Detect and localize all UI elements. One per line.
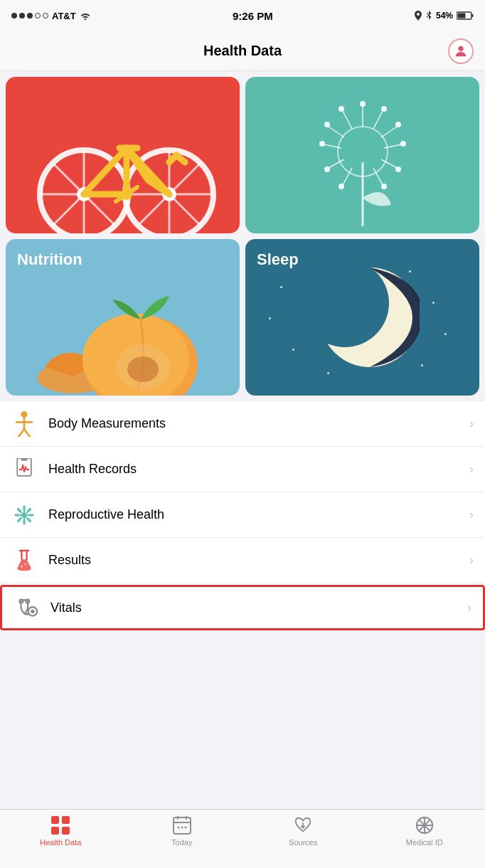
svg-point-48 — [319, 141, 325, 147]
body-measurements-item[interactable]: Body Measurements › — [0, 401, 485, 447]
svg-point-43 — [400, 141, 406, 147]
medical-id-tab-icon — [415, 815, 435, 835]
results-label: Results — [48, 553, 469, 568]
body-measurements-chevron: › — [469, 416, 474, 431]
svg-point-55 — [127, 356, 159, 382]
svg-rect-92 — [51, 816, 59, 824]
svg-point-44 — [395, 166, 401, 172]
svg-point-80 — [15, 513, 20, 517]
sources-tab-icon — [293, 815, 313, 835]
svg-point-45 — [381, 184, 387, 189]
sources-tab-label: Sources — [289, 838, 317, 847]
location-icon — [415, 11, 422, 21]
svg-rect-93 — [62, 816, 70, 824]
tab-bar: Health Data Today — [0, 809, 485, 868]
tab-sources[interactable]: Sources — [242, 815, 364, 847]
health-records-chevron: › — [469, 462, 474, 477]
svg-rect-94 — [51, 827, 59, 835]
svg-point-74 — [22, 505, 26, 510]
svg-point-88 — [31, 610, 34, 613]
svg-line-30 — [373, 111, 383, 129]
reproductive-health-chevron: › — [469, 507, 474, 522]
nav-bar: Health Data — [0, 31, 485, 71]
tab-health-data[interactable]: Health Data — [0, 815, 122, 847]
results-item[interactable]: Results › — [0, 538, 485, 583]
svg-point-101 — [181, 827, 183, 829]
svg-rect-63 — [17, 458, 31, 476]
bike-illustration — [6, 77, 240, 233]
vitals-label: Vitals — [50, 600, 467, 615]
sleep-tile[interactable]: Sleep — [245, 239, 479, 396]
svg-point-86 — [24, 563, 26, 566]
page-title: Health Data — [203, 43, 282, 59]
tiles-grid: Nutrition Sleep — [0, 71, 485, 401]
svg-point-50 — [339, 184, 344, 189]
svg-line-23 — [176, 155, 185, 162]
svg-line-33 — [381, 159, 397, 168]
status-bar: AT&T 9:26 PM 54% — [0, 0, 485, 31]
svg-rect-2 — [458, 14, 466, 18]
svg-point-42 — [395, 122, 401, 127]
svg-point-85 — [21, 565, 23, 568]
svg-point-100 — [177, 827, 179, 829]
results-chevron: › — [469, 553, 474, 568]
wifi-icon — [80, 11, 91, 20]
svg-line-31 — [381, 127, 397, 137]
dandelion-illustration — [245, 77, 479, 233]
svg-line-36 — [329, 127, 344, 137]
vitals-item[interactable]: Vitals › — [0, 585, 485, 630]
body-measurements-icon — [11, 411, 37, 437]
moon-illustration — [245, 239, 479, 396]
status-left: AT&T — [11, 11, 91, 21]
bluetooth-icon — [425, 11, 432, 21]
person-icon — [453, 43, 469, 59]
svg-line-61 — [18, 429, 24, 437]
health-records-label: Health Records — [48, 462, 469, 477]
svg-rect-1 — [471, 14, 474, 17]
reproductive-health-label: Reproductive Health — [48, 507, 469, 522]
svg-rect-64 — [21, 458, 28, 461]
svg-point-76 — [28, 513, 33, 517]
signal-dots — [11, 13, 48, 18]
tab-today[interactable]: Today — [122, 815, 243, 847]
carrier-label: AT&T — [52, 11, 76, 21]
vitals-chevron: › — [467, 600, 471, 615]
list-container: Body Measurements › Health Records › — [0, 401, 485, 630]
svg-point-102 — [184, 827, 186, 829]
peach-illustration — [6, 239, 240, 396]
svg-point-46 — [339, 106, 344, 112]
mindfulness-tile[interactable] — [245, 77, 479, 233]
body-measurements-label: Body Measurements — [48, 416, 469, 431]
svg-point-78 — [22, 519, 26, 524]
status-right: 54% — [415, 11, 474, 21]
health-records-item[interactable]: Health Records › — [0, 447, 485, 492]
status-time: 9:26 PM — [233, 10, 273, 22]
activity-tile[interactable] — [6, 77, 240, 233]
svg-line-35 — [343, 111, 352, 129]
svg-point-3 — [458, 46, 463, 51]
health-records-icon — [11, 457, 37, 482]
battery-icon — [457, 11, 474, 20]
profile-avatar-button[interactable] — [448, 38, 474, 64]
svg-rect-95 — [62, 827, 70, 835]
svg-point-49 — [324, 166, 330, 172]
today-tab-label: Today — [171, 838, 192, 847]
reproductive-health-item[interactable]: Reproductive Health › — [0, 492, 485, 538]
nutrition-tile[interactable]: Nutrition — [6, 239, 240, 396]
battery-label: 54% — [436, 11, 453, 21]
today-tab-icon — [172, 815, 192, 835]
svg-line-38 — [329, 159, 344, 168]
tab-medical-id[interactable]: Medical ID — [364, 815, 486, 847]
svg-rect-96 — [174, 817, 191, 834]
health-data-tab-icon — [50, 815, 70, 835]
svg-point-41 — [381, 106, 387, 112]
vitals-icon — [14, 595, 39, 620]
svg-point-40 — [360, 101, 366, 107]
health-data-tab-label: Health Data — [40, 838, 81, 847]
svg-line-62 — [24, 429, 30, 437]
svg-point-47 — [324, 122, 330, 127]
reproductive-health-icon — [11, 502, 37, 528]
results-icon — [11, 548, 37, 573]
medical-id-tab-label: Medical ID — [406, 838, 443, 847]
